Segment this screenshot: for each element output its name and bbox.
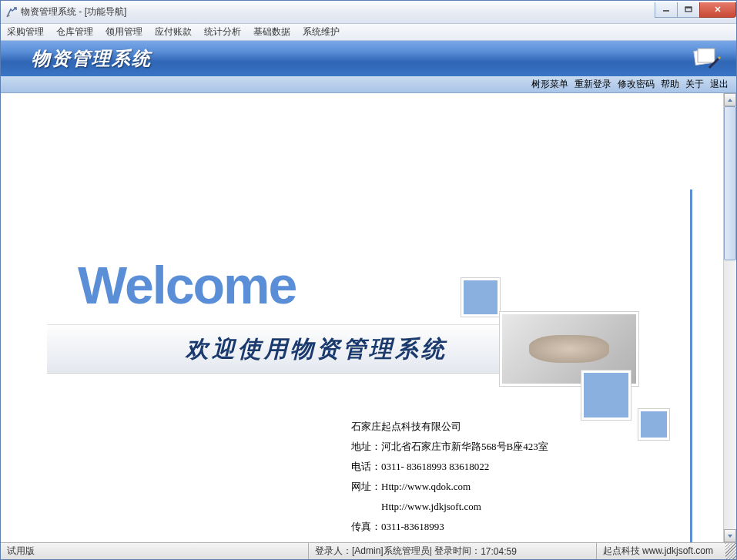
- svg-point-0: [8, 14, 10, 16]
- decoration-square: [638, 409, 669, 440]
- company-fax: 传真：0311-83618993: [351, 517, 548, 537]
- menu-purchase[interactable]: 采购管理: [7, 25, 44, 39]
- decoration-square: [581, 371, 631, 420]
- scroll-track[interactable]: [724, 106, 736, 529]
- welcome-english: Welcome: [78, 255, 296, 315]
- toolbar-tree-menu[interactable]: 树形菜单: [531, 78, 568, 91]
- company-info: 石家庄起点科技有限公司 地址：河北省石家庄市新华路568号B座423室 电话：0…: [351, 417, 548, 537]
- toolbar-change-password[interactable]: 修改密码: [618, 78, 655, 91]
- resize-grip[interactable]: [725, 543, 736, 559]
- toolbar-relogin[interactable]: 重新登录: [575, 78, 611, 91]
- toolbar-help[interactable]: 帮助: [661, 78, 679, 91]
- status-company: 起点科技 www.jdkjsoft.com: [597, 543, 725, 559]
- status-version: 试用版: [1, 543, 309, 559]
- company-phone: 电话：0311- 83618993 83618022: [351, 457, 548, 477]
- decoration-square: [461, 278, 500, 317]
- scroll-up-button[interactable]: [724, 93, 736, 106]
- menu-warehouse[interactable]: 仓库管理: [56, 25, 93, 39]
- toolbar: 树形菜单 重新登录 修改密码 帮助 关于 退出: [1, 76, 736, 93]
- banner-decoration-icon: [690, 44, 721, 73]
- banner-title: 物资管理系统: [32, 46, 152, 71]
- titlebar: 物资管理系统 - [功能导航]: [1, 1, 736, 24]
- company-web1: 网址：Http://www.qdok.com: [351, 477, 548, 497]
- menu-system[interactable]: 系统维护: [303, 25, 340, 39]
- company-web2: Http://www.jdkjsoft.com: [351, 497, 548, 517]
- minimize-button[interactable]: [655, 2, 678, 18]
- statusbar: 试用版 登录人：[Admin]系统管理员 | 登录时间：17:04:59 起点科…: [1, 542, 736, 559]
- app-icon: [5, 6, 18, 18]
- accent-line: [690, 189, 692, 542]
- menu-payable[interactable]: 应付账款: [155, 25, 192, 39]
- company-address: 地址：河北省石家庄市新华路568号B座423室: [351, 437, 548, 457]
- window-title: 物资管理系统 - [功能导航]: [21, 5, 655, 18]
- vertical-scrollbar[interactable]: [723, 93, 736, 542]
- status-login: 登录人：[Admin]系统管理员 | 登录时间：17:04:59: [309, 543, 597, 559]
- menubar: 采购管理 仓库管理 领用管理 应付账款 统计分析 基础数据 系统维护: [1, 24, 736, 41]
- banner: 物资管理系统: [1, 41, 736, 76]
- scroll-thumb[interactable]: [724, 106, 736, 260]
- svg-rect-3: [698, 49, 715, 62]
- welcome-chinese: 欢迎使用物资管理系统: [186, 334, 447, 365]
- content-area: Welcome Welcome 欢迎使用物资管理系统 石家庄起点科技有限公司 地…: [1, 93, 723, 542]
- close-button[interactable]: [699, 2, 736, 18]
- company-name: 石家庄起点科技有限公司: [351, 417, 548, 437]
- toolbar-exit[interactable]: 退出: [710, 78, 729, 91]
- menu-requisition[interactable]: 领用管理: [106, 25, 142, 39]
- toolbar-about[interactable]: 关于: [685, 78, 704, 91]
- maximize-button[interactable]: [677, 2, 700, 18]
- menu-statistics[interactable]: 统计分析: [204, 25, 241, 39]
- menu-basedata[interactable]: 基础数据: [253, 25, 290, 39]
- scroll-down-button[interactable]: [724, 529, 736, 542]
